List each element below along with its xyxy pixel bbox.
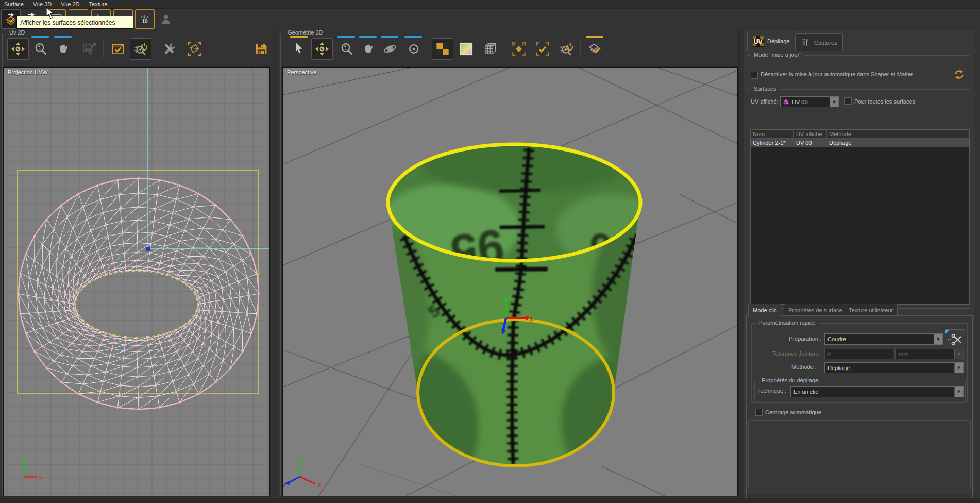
frame-diamond-icon (512, 42, 526, 56)
wire-cube-icon (483, 42, 497, 56)
magnifier-power-icon (560, 42, 573, 56)
method-dropdown[interactable]: Dépliage ▼ (824, 362, 964, 373)
geo3d-roll-tool[interactable] (403, 38, 425, 60)
perspective-canvas: 95 26 5 6 5 (283, 68, 737, 496)
dropdown-arrow-icon: ▼ (830, 97, 838, 107)
uv2d-pan-tool[interactable] (53, 38, 74, 60)
uv-wireframe-mesh (18, 177, 260, 410)
dropdown-arrow-icon: ▼ (934, 334, 942, 344)
tab-proprietes-surface[interactable]: Propriétés de surface (784, 304, 847, 316)
geo3d-wireframe-display-button[interactable] (479, 38, 501, 60)
surfaces-table-header[interactable]: Nom UV affiché Méthode (751, 130, 969, 139)
tab-depliage[interactable]: UV Dépliage (747, 31, 795, 51)
hand-icon (57, 42, 70, 56)
texel-badge: 10 (142, 19, 147, 24)
uv2d-export-image-button[interactable] (78, 38, 100, 60)
surfaces-table: Nom UV affiché Méthode Cylinder 2-1* UV … (750, 129, 970, 305)
uv2d-zoom-tool[interactable] (30, 38, 52, 60)
svg-text:x: x (530, 315, 533, 322)
unfold-props-title: Propriétés du dépliage (759, 377, 821, 383)
surfaces-selected-icon (5, 13, 17, 25)
splitter-left[interactable] (273, 30, 279, 497)
zoom-icon (34, 42, 47, 56)
uv-displayed-dropdown[interactable]: UV 00 ▼ (780, 96, 839, 107)
geo3d-viewport-label: Perspective (287, 69, 316, 75)
frame-check-icon (536, 42, 549, 56)
uv-checker-icon: UV (753, 36, 764, 47)
tab-coutures-label: Coutures (814, 40, 837, 46)
uv2d-tools-button[interactable] (159, 38, 180, 60)
image-export-icon (82, 42, 96, 56)
disable-auto-update-checkbox[interactable] (751, 72, 758, 79)
tab-texture-utilisateur[interactable]: Texture utilisateur (844, 304, 898, 316)
svg-text:z: z (283, 482, 285, 488)
preparation-dropdown[interactable]: Coudre ▼ (824, 333, 943, 345)
geo3d-pan-tool[interactable] (358, 38, 379, 60)
geo3d-panel-title: Géométrie 3D (285, 29, 325, 36)
tab-depliage-label: Dépliage (767, 38, 789, 44)
right-panel: UV Dépliage Coutures Mode "mise à jour" … (744, 30, 975, 494)
quick-param-title: Paramétrisation rapide (756, 320, 818, 326)
quad-select-icon (188, 42, 201, 56)
cursor-icon (293, 42, 306, 56)
geo3d-move-tool[interactable] (311, 38, 333, 60)
tools-icon (163, 42, 176, 56)
technique-dropdown[interactable]: En un clic ▼ (790, 386, 964, 397)
uv2d-panel-title: Uv 2D (7, 29, 28, 36)
surfaces-title: Surfaces (751, 86, 779, 92)
geo3d-gradient-display-button[interactable] (455, 38, 477, 60)
hand-icon (362, 42, 375, 56)
geo3d-select-tool[interactable] (289, 38, 310, 60)
auto-center-label: Centrage automatique (765, 409, 821, 415)
uv-displayed-label: UV affiché: (751, 98, 779, 105)
svg-text:y: y (301, 455, 305, 460)
svg-text:x: x (318, 482, 322, 488)
sew-scissors-button[interactable] (945, 329, 965, 349)
method-label: Méthode : (791, 364, 817, 370)
geo3d-orbit-tool[interactable] (379, 38, 401, 60)
geo3d-checker-display-button[interactable] (432, 38, 453, 60)
disable-auto-update-label: Désactiver la mise à jour automatique da… (761, 71, 913, 77)
menu-bar: Surface Vue 3D Vue 2D Texture (0, 0, 980, 9)
scissors-icon (948, 334, 963, 345)
tab-coutures[interactable]: Coutures (795, 33, 843, 51)
uv2d-auto-zoom-button[interactable] (130, 38, 151, 60)
geo3d-auto-zoom-button[interactable] (555, 38, 577, 60)
uv2d-quad-select-button[interactable] (183, 38, 205, 60)
gradient-icon (460, 42, 473, 56)
magnifier-power-icon (134, 42, 147, 56)
uv-grid (4, 68, 269, 496)
roll-icon (407, 42, 420, 56)
tab-mode-clic[interactable]: Mode clic (748, 304, 781, 316)
uv2d-move-tool[interactable] (7, 38, 29, 60)
menu-texture[interactable]: Texture (85, 1, 113, 8)
all-surfaces-checkbox[interactable] (844, 97, 852, 105)
uv-axis-gizmo: v u (21, 454, 43, 480)
dropdown-arrow-icon: ▼ (954, 387, 963, 397)
refresh-icon[interactable] (954, 69, 965, 80)
uv2d-check-window-button[interactable] (107, 38, 129, 60)
all-surfaces-label: Pour toutes les surfaces (854, 98, 915, 105)
geo3d-zoom-tool[interactable] (336, 38, 358, 60)
auto-center-checkbox[interactable] (755, 409, 763, 416)
uv2d-viewport[interactable]: Projection UVW v u (3, 67, 270, 496)
update-mode-group: Mode "mise à jour" Désactiver la mise à … (747, 55, 970, 86)
user-button[interactable] (156, 9, 176, 29)
corner-marker-icon (945, 330, 950, 334)
table-row[interactable]: Cylinder 2-1* UV 00 Dépliage (751, 139, 969, 147)
uv2d-save-button[interactable] (250, 38, 272, 60)
person-icon (160, 13, 172, 25)
texel-density-button[interactable]: ıı|ıı 10 (135, 9, 155, 29)
geo3d-frame-diamond-button[interactable] (508, 38, 530, 60)
save-icon (255, 42, 268, 56)
seam-needle-icon (801, 38, 811, 48)
menu-vue-2d[interactable]: Vue 2D (57, 1, 85, 8)
uv-shell-icon (783, 98, 789, 105)
uv2d-viewport-label: Projection UVW (8, 69, 48, 75)
tolerance-unit-dropdown[interactable]: mm ▼ (895, 349, 964, 359)
tolerance-input[interactable]: 0 (824, 349, 893, 359)
menu-surface[interactable]: Surface (0, 1, 29, 8)
geo3d-frame-check-button[interactable] (532, 38, 553, 60)
geo3d-viewport[interactable]: Perspective (282, 67, 738, 496)
geo3d-surface-check-button[interactable] (584, 38, 606, 60)
